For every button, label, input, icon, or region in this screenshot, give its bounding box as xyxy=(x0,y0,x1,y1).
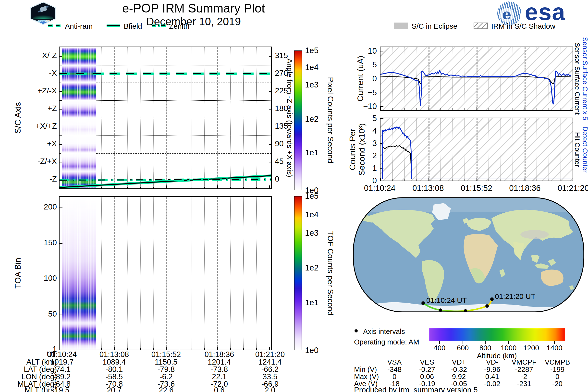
counts-ylabel-line2: Second (x10³) xyxy=(357,123,366,176)
voltage-cell: -0.05 xyxy=(451,380,467,388)
angle-tick xyxy=(269,127,271,127)
pixel-counts-colorbar-label: Pixel Counts per Second xyxy=(326,77,335,163)
map-graphic xyxy=(353,197,584,312)
voltage-column-header: VES xyxy=(420,358,434,366)
voltage-column-header: VMCPF xyxy=(512,358,536,366)
spectrogram-data-block xyxy=(62,153,96,171)
y-tick xyxy=(380,180,384,181)
pixel-colorbar-tick-label: 1e3 xyxy=(305,80,318,90)
right-time-axis-label: 01:21:20 xyxy=(558,184,588,193)
x-minor-tick xyxy=(452,179,453,180)
x-major-tick xyxy=(269,186,270,188)
angle-tick-label: 270 xyxy=(275,68,288,78)
x-minor-tick xyxy=(416,108,417,110)
y-tick xyxy=(60,279,62,279)
current-ytick-label: 0 xyxy=(372,74,377,83)
minor-gridline xyxy=(140,197,141,350)
x-minor-tick xyxy=(488,179,489,180)
y-tick xyxy=(60,243,62,244)
x-minor-tick xyxy=(140,187,141,188)
spectrogram-data-block xyxy=(62,118,96,136)
x-minor-tick xyxy=(204,348,205,350)
x-minor-tick xyxy=(192,348,192,350)
axis-intervals-dot-icon xyxy=(354,329,358,332)
current-right-label-blue: Sensor Surface Current x 5 xyxy=(581,37,588,120)
angle-tick xyxy=(269,56,271,56)
zenith-line-icon xyxy=(152,24,166,27)
altitude-tick-label: 600 xyxy=(457,344,469,352)
angle-tick-label: 90 xyxy=(275,139,284,148)
sc-axis-row-label: -Z/+X xyxy=(38,157,57,166)
y-tick xyxy=(60,314,62,315)
x-major-tick xyxy=(166,186,166,188)
minor-gridline xyxy=(243,197,244,350)
toa-ytick-label: 200 xyxy=(44,202,57,211)
table-cell: 22.6 xyxy=(159,386,174,392)
toa-ytick-label: 100 xyxy=(44,274,57,283)
page-title: e-POP IRM Summary Plot xyxy=(122,1,265,16)
table-row-label: MLT (hrs) xyxy=(25,386,57,392)
irm_counters-series xyxy=(380,118,571,179)
pixel-colorbar-tick-label: 1e5 xyxy=(305,46,318,55)
x-minor-tick xyxy=(127,187,128,188)
current-ytick-label: −5 xyxy=(368,88,377,97)
x-minor-tick xyxy=(256,348,257,350)
x-minor-tick xyxy=(243,187,244,188)
minor-gridline xyxy=(204,197,205,350)
counts-right-label-blue: Detect Counter xyxy=(581,126,588,172)
angle-tick xyxy=(269,144,271,145)
x-minor-tick xyxy=(392,108,393,110)
counts-right-label-black: Hit Counter xyxy=(573,132,581,167)
legend-bfield-label: Bfield xyxy=(124,22,142,30)
angle-tick xyxy=(269,109,271,110)
x-minor-tick xyxy=(101,187,102,188)
spectrogram-data-block xyxy=(62,171,96,188)
minor-gridline xyxy=(230,197,231,350)
shadow-swatch-icon xyxy=(474,22,488,29)
major-gridline xyxy=(217,197,218,350)
legend-eclipse-label: S/C in Eclipse xyxy=(412,22,458,30)
y-tick xyxy=(60,74,62,74)
altitude-tick xyxy=(508,341,509,344)
x-minor-tick xyxy=(560,108,561,110)
major-gridline xyxy=(114,197,115,350)
toa-ytick-label: 150 xyxy=(44,238,57,247)
x-major-tick xyxy=(114,186,115,188)
angle-tick-label: 135 xyxy=(275,122,288,130)
minor-gridline xyxy=(127,197,128,350)
angle-tick-label: 315 xyxy=(275,51,288,60)
tof-colorbar-tick-label: 1e2 xyxy=(305,263,318,272)
x-minor-tick xyxy=(243,348,244,350)
x-minor-tick xyxy=(452,108,453,110)
track-end-label: 01:21:20 UT xyxy=(495,292,535,300)
x-minor-tick xyxy=(512,179,513,180)
x-minor-tick xyxy=(392,179,393,180)
sc-axis-panel xyxy=(59,46,272,189)
pixel-colorbar-tick-label: 1e1 xyxy=(305,148,318,157)
x-minor-tick xyxy=(256,187,257,188)
track-start-label: 01:10:24 UT xyxy=(426,296,467,304)
legend-anti-ram-label: Anti-ram xyxy=(65,22,92,30)
voltage-cell: -18 xyxy=(389,380,400,388)
pixel-colorbar-tick-label: 1e4 xyxy=(305,63,318,72)
y-tick xyxy=(60,109,62,110)
counts-ytick-label: 4 xyxy=(372,126,377,136)
y-tick xyxy=(60,56,62,56)
pixel-colorbar-tick-label: 1e2 xyxy=(305,114,318,124)
y-tick xyxy=(60,127,62,127)
counts-ytick-label: 1 xyxy=(372,164,377,173)
minor-gridline xyxy=(192,197,192,350)
tof-counts-colorbar-label: TOF Counts per Second xyxy=(326,231,335,316)
right-time-axis-label: 01:13:08 xyxy=(412,184,444,193)
y-tick xyxy=(60,92,62,92)
tof-counts-colorbar xyxy=(294,196,302,350)
voltage-cell: -0.02 xyxy=(484,380,500,388)
x-minor-tick xyxy=(179,348,179,350)
toa-ytick-label: 50 xyxy=(48,310,57,318)
sc-axis-row-label: +X xyxy=(47,139,57,148)
altitude-tick xyxy=(485,341,486,344)
x-minor-tick xyxy=(536,108,537,110)
x-minor-tick xyxy=(440,108,441,110)
spectrogram-data-block xyxy=(62,47,96,65)
sc-axis-row-label: +Z xyxy=(48,104,57,113)
